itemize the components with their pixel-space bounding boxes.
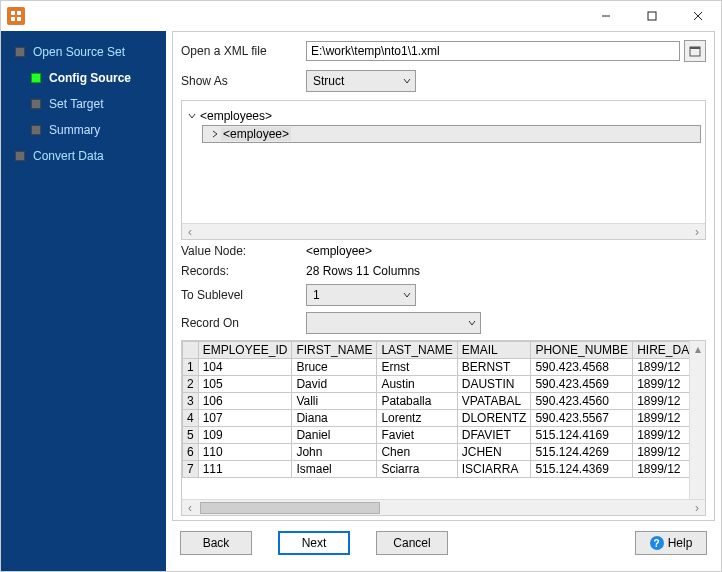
show-as-select[interactable]: Struct — [306, 70, 416, 92]
scroll-up-icon[interactable]: ▴ — [690, 341, 705, 357]
cell[interactable]: Ismael — [292, 461, 377, 478]
titlebar — [1, 1, 721, 31]
table-row[interactable]: 3106ValliPataballaVPATABAL590.423.456018… — [183, 393, 690, 410]
cell[interactable]: Chen — [377, 444, 457, 461]
row-number: 5 — [183, 427, 199, 444]
svg-rect-0 — [11, 11, 15, 15]
help-icon: ? — [650, 536, 664, 550]
value-node-label: Value Node: — [181, 244, 306, 258]
row-number: 6 — [183, 444, 199, 461]
cell[interactable]: 109 — [198, 427, 292, 444]
cell[interactable]: JCHEN — [457, 444, 531, 461]
back-button[interactable]: Back — [180, 531, 252, 555]
cell[interactable]: 590.423.4569 — [531, 376, 633, 393]
recordon-label: Record On — [181, 316, 306, 330]
column-header[interactable]: PHONE_NUMBE — [531, 342, 633, 359]
recordon-select[interactable] — [306, 312, 481, 334]
cell[interactable]: 110 — [198, 444, 292, 461]
cell[interactable]: 104 — [198, 359, 292, 376]
cell[interactable]: DAUSTIN — [457, 376, 531, 393]
step-set-target[interactable]: Set Target — [1, 91, 166, 117]
cell[interactable]: Austin — [377, 376, 457, 393]
column-header[interactable]: HIRE_DA — [633, 342, 689, 359]
xml-tree[interactable]: <employees> <employee> ‹ › — [181, 100, 706, 240]
help-button[interactable]: ? Help — [635, 531, 707, 555]
cell[interactable]: 590.423.4568 — [531, 359, 633, 376]
cell[interactable]: Faviet — [377, 427, 457, 444]
next-button[interactable]: Next — [278, 531, 350, 555]
table-row[interactable]: 4107DianaLorentzDLORENTZ590.423.55671899… — [183, 410, 690, 427]
cell[interactable]: Diana — [292, 410, 377, 427]
cell[interactable]: Sciarra — [377, 461, 457, 478]
cell[interactable]: Bruce — [292, 359, 377, 376]
column-header[interactable]: FIRST_NAME — [292, 342, 377, 359]
cell[interactable]: 111 — [198, 461, 292, 478]
column-header[interactable]: EMAIL — [457, 342, 531, 359]
cell[interactable]: 590.423.4560 — [531, 393, 633, 410]
cell[interactable]: Ernst — [377, 359, 457, 376]
cell[interactable]: John — [292, 444, 377, 461]
sublevel-select[interactable]: 1 — [306, 284, 416, 306]
cell[interactable]: 515.124.4169 — [531, 427, 633, 444]
close-button[interactable] — [675, 1, 721, 31]
scroll-left-icon[interactable]: ‹ — [182, 224, 198, 240]
cell[interactable]: 1899/12 — [633, 359, 689, 376]
row-number: 3 — [183, 393, 199, 410]
cell[interactable]: 515.124.4269 — [531, 444, 633, 461]
cell[interactable]: 1899/12 — [633, 393, 689, 410]
cell[interactable]: 1899/12 — [633, 427, 689, 444]
expand-icon[interactable] — [209, 127, 221, 141]
cancel-button[interactable]: Cancel — [376, 531, 448, 555]
open-file-input[interactable] — [306, 41, 680, 61]
cell[interactable]: DFAVIET — [457, 427, 531, 444]
cell[interactable]: David — [292, 376, 377, 393]
svg-rect-3 — [17, 17, 21, 21]
collapse-icon[interactable] — [186, 109, 198, 123]
cell[interactable]: Pataballa — [377, 393, 457, 410]
table-row[interactable]: 2105DavidAustinDAUSTIN590.423.45691899/1… — [183, 376, 690, 393]
cell[interactable]: 515.124.4369 — [531, 461, 633, 478]
table-row[interactable]: 1104BruceErnstBERNST590.423.45681899/12 — [183, 359, 690, 376]
maximize-button[interactable] — [629, 1, 675, 31]
table-row[interactable]: 7111IsmaelSciarraISCIARRA515.124.4369189… — [183, 461, 690, 478]
tree-node-child[interactable]: <employee> — [202, 125, 701, 143]
row-header-blank — [183, 342, 199, 359]
column-header[interactable]: LAST_NAME — [377, 342, 457, 359]
cell[interactable]: BERNST — [457, 359, 531, 376]
records-value: 28 Rows 11 Columns — [306, 264, 420, 278]
cell[interactable]: 105 — [198, 376, 292, 393]
table-row[interactable]: 5109DanielFavietDFAVIET515.124.41691899/… — [183, 427, 690, 444]
cell[interactable]: Daniel — [292, 427, 377, 444]
step-open-source-set[interactable]: Open Source Set — [1, 39, 166, 65]
cell[interactable]: DLORENTZ — [457, 410, 531, 427]
cell[interactable]: 106 — [198, 393, 292, 410]
scroll-thumb[interactable] — [200, 502, 380, 514]
browse-button[interactable] — [684, 40, 706, 62]
chevron-down-icon — [468, 316, 476, 330]
cell[interactable]: ISCIARRA — [457, 461, 531, 478]
step-config-source[interactable]: Config Source — [1, 65, 166, 91]
step-summary[interactable]: Summary — [1, 117, 166, 143]
cell[interactable]: 107 — [198, 410, 292, 427]
cell[interactable]: 1899/12 — [633, 376, 689, 393]
table-row[interactable]: 6110JohnChenJCHEN515.124.42691899/12 — [183, 444, 690, 461]
grid-h-scrollbar[interactable]: ‹ › — [182, 499, 705, 515]
cell[interactable]: Lorentz — [377, 410, 457, 427]
cell[interactable]: 1899/12 — [633, 410, 689, 427]
scroll-left-icon[interactable]: ‹ — [182, 500, 198, 516]
grid-v-scrollbar[interactable]: ▴ — [689, 341, 705, 499]
tree-node-root[interactable]: <employees> — [186, 107, 701, 125]
minimize-button[interactable] — [583, 1, 629, 31]
cell[interactable]: 590.423.5567 — [531, 410, 633, 427]
scroll-right-icon[interactable]: › — [689, 500, 705, 516]
scroll-right-icon[interactable]: › — [689, 224, 705, 240]
chevron-down-icon — [403, 288, 411, 302]
tree-h-scrollbar[interactable]: ‹ › — [182, 223, 705, 239]
column-header[interactable]: EMPLOYEE_ID — [198, 342, 292, 359]
cell[interactable]: Valli — [292, 393, 377, 410]
step-convert-data[interactable]: Convert Data — [1, 143, 166, 169]
cell[interactable]: 1899/12 — [633, 444, 689, 461]
cell[interactable]: 1899/12 — [633, 461, 689, 478]
cell[interactable]: VPATABAL — [457, 393, 531, 410]
data-grid[interactable]: EMPLOYEE_IDFIRST_NAMELAST_NAMEEMAILPHONE… — [181, 340, 706, 516]
